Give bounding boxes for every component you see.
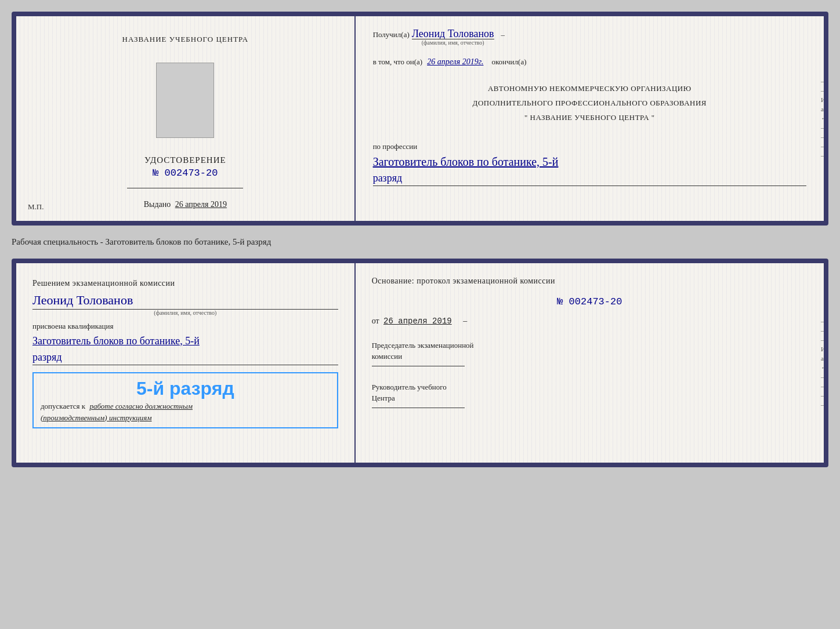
- name-handwritten-doc1: Леонид Толованов: [412, 28, 494, 40]
- okonchil-label: окончил(а): [491, 57, 526, 67]
- ot-line: от 26 апреля 2019 –: [372, 317, 808, 326]
- mp-label: М.П.: [28, 202, 44, 212]
- predsedatel-line1: Председатель экзаменационной: [372, 340, 808, 351]
- ot-label: от: [372, 317, 379, 325]
- poluchil-row: Получил(а) Леонид Толованов (фамилия, им…: [373, 28, 806, 46]
- fio-small-doc1: (фамилия, имя, отчество): [422, 39, 484, 46]
- org-block: АВТОНОМНУЮ НЕКОММЕРЧЕСКУЮ ОРГАНИЗАЦИЮ ДО…: [373, 81, 806, 126]
- qualification-handwritten: Заготовитель блоков по ботанике, 5-й: [32, 333, 338, 349]
- profession-handwritten: Заготовитель блоков по ботанике, 5-й: [373, 154, 806, 170]
- razryad-block: 5-й разряд допускается к работе согласно…: [32, 372, 338, 428]
- rukovoditel-line2: Центра: [372, 392, 808, 404]
- doc2-left: Решением экзаменационной комиссии Леонид…: [16, 263, 356, 463]
- razryad-handwritten-doc2: разряд: [32, 351, 338, 365]
- side-marks-doc2: – – – И а ← – – – –: [821, 318, 827, 408]
- rukovoditel-line1: Руководитель учебного: [372, 381, 808, 393]
- dopuskaetsya-text: допускается к работе согласно должностны…: [41, 402, 330, 411]
- rukovoditel-signature-line: [372, 408, 465, 408]
- razryad-handwritten-doc1: разряд: [373, 172, 806, 186]
- predsedatel-block: Председатель экзаменационной комиссии: [372, 340, 808, 370]
- profession-block: по профессии Заготовитель блоков по бота…: [373, 137, 806, 186]
- predsedatel-signature-line: [372, 366, 465, 366]
- osnovaniye-text: Основание: протокол экзаменационной коми…: [372, 275, 808, 287]
- dash-doc1: –: [501, 30, 505, 39]
- vtom-row: в том, что он(а) 26 апреля 2019г. окончи…: [373, 57, 806, 67]
- document-2: Решением экзаменационной комиссии Леонид…: [12, 259, 828, 467]
- vydano-line: Выдано 26 апреля 2019: [144, 200, 227, 209]
- date-doc1: 26 апреля 2019г.: [427, 57, 483, 67]
- razryad-big-text: 5-й разряд: [41, 378, 330, 399]
- vydano-date: 26 апреля 2019: [175, 200, 227, 209]
- photo-placeholder: [156, 63, 214, 138]
- komissia-title: Решением экзаменационной комиссии: [32, 277, 338, 289]
- between-label: Рабочая специальность - Заготовитель бло…: [12, 235, 828, 249]
- org-line2: ДОПОЛНИТЕЛЬНОГО ПРОФЕССИОНАЛЬНОГО ОБРАЗО…: [373, 97, 806, 110]
- predsedatel-line2: комиссии: [372, 351, 808, 362]
- prisvoena-label: присвоена квалификация: [32, 322, 338, 331]
- protocol-number: № 002473-20: [372, 296, 808, 307]
- dopuskaetsya-italic2: (производственным) инструкциям: [41, 413, 152, 422]
- doc2-name-block: Леонид Толованов (фамилия, имя, отчество…: [32, 293, 338, 316]
- dopuskaetsya-text2: (производственным) инструкциям: [41, 413, 330, 423]
- doc1-center-title: НАЗВАНИЕ УЧЕБНОГО ЦЕНТРА: [122, 34, 248, 45]
- ot-date: 26 апреля 2019: [383, 317, 452, 326]
- dash-doc2: –: [463, 317, 467, 325]
- doc2-name-handwritten: Леонид Толованов: [32, 293, 133, 307]
- document-1: НАЗВАНИЕ УЧЕБНОГО ЦЕНТРА УДОСТОВЕРЕНИЕ №…: [12, 12, 828, 226]
- doc2-right: Основание: протокол экзаменационной коми…: [356, 263, 824, 463]
- po-professii-label: по профессии: [373, 142, 806, 151]
- org-line3: " НАЗВАНИЕ УЧЕБНОГО ЦЕНТРА ": [373, 112, 806, 124]
- page-wrapper: НАЗВАНИЕ УЧЕБНОГО ЦЕНТРА УДОСТОВЕРЕНИЕ №…: [12, 12, 828, 467]
- rukovoditel-block: Руководитель учебного Центра: [372, 381, 808, 412]
- doc1-number: № 002473-20: [153, 168, 218, 179]
- vydano-label: Выдано: [144, 200, 171, 209]
- doc1-left: НАЗВАНИЕ УЧЕБНОГО ЦЕНТРА УДОСТОВЕРЕНИЕ №…: [16, 16, 356, 221]
- org-line1: АВТОНОМНУЮ НЕКОММЕРЧЕСКУЮ ОРГАНИЗАЦИЮ: [373, 83, 806, 95]
- vtom-label: в том, что он(а): [373, 57, 423, 67]
- poluchil-label: Получил(а): [373, 30, 410, 39]
- dopuskaetsya-italic1: работе согласно должностным: [89, 402, 193, 410]
- doc2-fio-small: (фамилия, имя, отчество): [32, 310, 338, 316]
- side-marks-doc1: – – И а ← – – – –: [821, 78, 827, 159]
- qualification-block: Заготовитель блоков по ботанике, 5-й раз…: [32, 331, 338, 365]
- doc1-right: Получил(а) Леонид Толованов (фамилия, им…: [356, 16, 824, 221]
- udostoverenie-title: УДОСТОВЕРЕНИЕ: [144, 155, 226, 165]
